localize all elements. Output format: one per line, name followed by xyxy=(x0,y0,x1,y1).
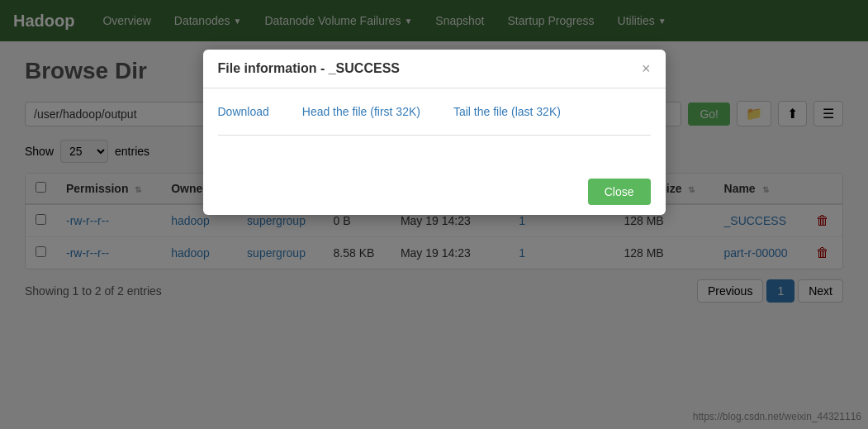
modal-links: Download Head the file (first 32K) Tail … xyxy=(218,105,651,118)
file-info-modal: File information - _SUCCESS × Download H… xyxy=(203,50,666,215)
download-link[interactable]: Download xyxy=(218,105,269,118)
modal-title: File information - _SUCCESS xyxy=(218,61,400,76)
modal-body: Download Head the file (first 32K) Tail … xyxy=(203,88,666,169)
modal-close-button[interactable]: Close xyxy=(588,179,651,205)
modal-header: File information - _SUCCESS × xyxy=(203,50,666,88)
modal-overlay[interactable]: File information - _SUCCESS × Download H… xyxy=(0,0,868,319)
modal-close-x-button[interactable]: × xyxy=(642,61,651,76)
modal-divider xyxy=(218,135,651,136)
head-file-link[interactable]: Head the file (first 32K) xyxy=(302,105,420,118)
modal-footer: Close xyxy=(203,169,666,215)
tail-file-link[interactable]: Tail the file (last 32K) xyxy=(453,105,561,118)
